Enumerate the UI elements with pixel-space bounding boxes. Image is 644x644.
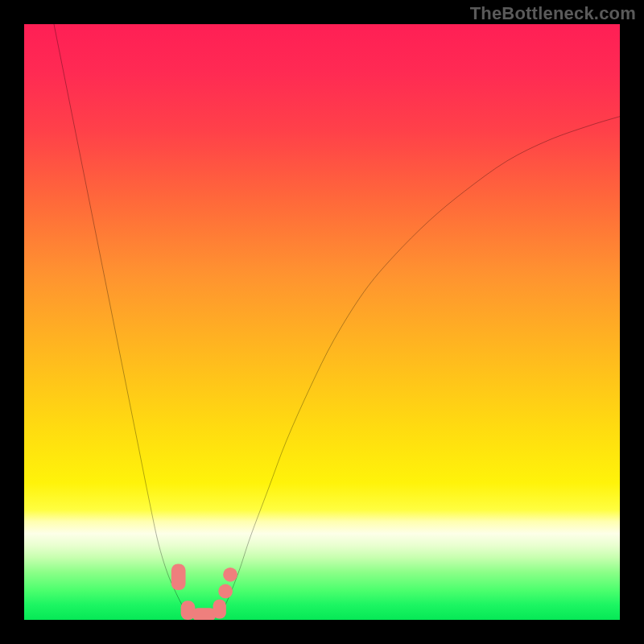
marker-2 (192, 608, 217, 620)
plot-area (24, 24, 620, 620)
series-left-branch (54, 24, 188, 614)
curve-layer (24, 24, 620, 620)
marker-5 (223, 568, 237, 582)
series-right-branch (220, 117, 620, 614)
marker-3 (213, 600, 226, 619)
marker-4 (218, 584, 233, 599)
outer-frame: TheBottleneck.com (0, 0, 644, 644)
marker-0 (171, 564, 186, 590)
watermark-text: TheBottleneck.com (470, 3, 636, 24)
